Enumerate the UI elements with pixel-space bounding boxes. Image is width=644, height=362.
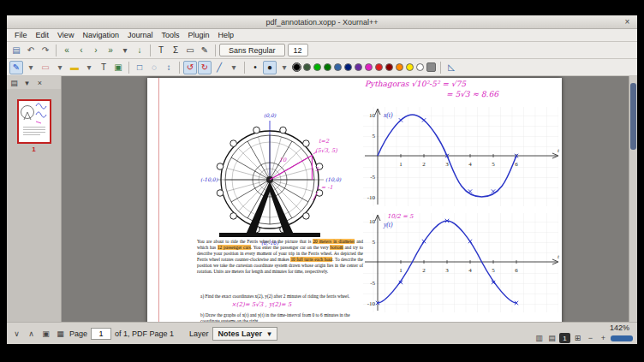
zoom-level: 142% (610, 323, 633, 332)
thickness-fine-icon[interactable]: • (248, 61, 262, 74)
grid-view-icon[interactable]: ▦ (55, 328, 66, 339)
menu-item[interactable]: Edit (32, 30, 54, 40)
undo-icon[interactable]: ↶ (24, 44, 38, 57)
next-page-icon[interactable]: › (89, 44, 103, 57)
wheel-right-label: (10,0) (325, 176, 342, 182)
menu-item[interactable]: Tools (157, 30, 183, 40)
problem-item-b: b) Draw the graphs of x(t) and y(t) in t… (200, 312, 363, 322)
redo-icon[interactable]: ↷ (39, 44, 52, 57)
thumbnail-area: 1 (7, 89, 61, 322)
color-swatch-yellow[interactable] (406, 63, 414, 71)
shape-circle-icon[interactable]: ↺ (183, 61, 197, 74)
color-swatch-white[interactable] (416, 63, 424, 71)
thumbnail-page-number: 1 (32, 145, 35, 153)
text-tool-icon[interactable]: T (154, 44, 168, 57)
previous-page-icon[interactable]: ‹ (75, 44, 88, 57)
document-canvas[interactable]: Pythagoras √10²-5² = √75 = 5√3 ≈ 8.66 (62, 76, 629, 322)
tick-label: 3 (445, 161, 449, 168)
text-insert-icon[interactable]: T (97, 61, 110, 74)
eraser-dropdown-icon[interactable]: ▾ (53, 61, 67, 74)
pen-dropdown-icon[interactable]: ▾ (24, 61, 38, 74)
tick-label: -10 (367, 300, 376, 307)
single-page-view-icon[interactable]: ▤ (546, 333, 558, 344)
chevron-up-icon[interactable]: ∧ (26, 328, 37, 339)
menu-item[interactable]: Navigation (78, 30, 123, 40)
shape-arrow-icon[interactable]: ↻ (198, 61, 212, 74)
close-sidebar-icon[interactable]: × (34, 77, 45, 88)
color-picker[interactable] (426, 62, 436, 72)
tick-label: 2 (422, 267, 426, 274)
pdf-page[interactable]: Pythagoras √10²-5² = √75 = 5√3 ≈ 8.66 (147, 78, 562, 322)
zoom-in-icon[interactable]: + (598, 333, 609, 344)
chevron-down-icon[interactable]: ∨ (11, 328, 22, 339)
font-selector-button[interactable]: Sans Regular (219, 44, 285, 56)
select-region-icon[interactable]: ◌ (147, 61, 161, 74)
line-style-icon[interactable]: ╱ (212, 61, 226, 74)
menu-item[interactable]: Journal (123, 30, 158, 40)
color-swatch-navy[interactable] (344, 63, 352, 71)
main-area: ▤▾× 1 (7, 76, 637, 322)
tick-label: 4 (468, 161, 472, 168)
ruler-icon[interactable]: ◺ (444, 61, 458, 74)
vertical-scrollbar[interactable] (629, 76, 637, 322)
color-swatch-black[interactable] (293, 63, 301, 71)
draw-tool-icon[interactable]: ✎ (198, 44, 212, 57)
menu-item[interactable]: File (10, 30, 32, 40)
duplicate-page-icon[interactable]: ▣ (40, 328, 51, 339)
problem-item-a: a) Find the exact coordinates x(2), y(2)… (200, 294, 363, 300)
image-insert-icon[interactable]: ▣ (111, 61, 125, 74)
handwritten-answer-a: ×(2)= 5√3 , y(2)= 5 (231, 301, 291, 308)
color-swatch-dark-green[interactable] (324, 63, 331, 71)
thickness-dropdown-icon[interactable]: ▾ (277, 61, 291, 74)
graph-x-title: x(t) (383, 111, 393, 119)
color-swatch-orange[interactable] (396, 63, 403, 71)
color-swatch-green[interactable] (313, 63, 321, 71)
title-bar[interactable]: pdf_annotation.xopp - Xournal++ × (7, 15, 637, 29)
preview-pane-icon[interactable]: ▤ (9, 77, 20, 88)
tick-label: 1 (399, 267, 402, 274)
shape-recognizer-icon[interactable]: ▭ (183, 44, 197, 57)
menu-item[interactable]: View (53, 30, 78, 40)
page-thumbnail[interactable] (17, 99, 51, 144)
menu-item[interactable]: Plugin (183, 30, 213, 40)
layer-label: Layer (189, 329, 209, 338)
graph-y-axis-label: t (558, 253, 560, 260)
color-swatch-magenta[interactable] (365, 63, 373, 71)
last-page-icon[interactable]: » (104, 44, 117, 57)
select-rect-icon[interactable]: □ (133, 61, 146, 74)
page-select-dropdown-icon[interactable]: ▾ (118, 44, 132, 57)
copy-icon[interactable]: ▤ (9, 44, 23, 57)
eraser-tool-icon[interactable]: ▭ (39, 61, 52, 74)
tick-label: 5 (373, 239, 376, 246)
highlighter-tool-icon[interactable]: ▬ (68, 61, 81, 74)
font-size-field[interactable]: 12 (288, 44, 308, 56)
tick-label: 6 (515, 161, 518, 168)
page-number-badge[interactable]: 1 (559, 333, 570, 343)
line-style-dropdown-icon[interactable]: ▾ (227, 61, 241, 74)
dual-page-view-icon[interactable]: ▥ (534, 333, 545, 344)
scrollbar-thumb[interactable] (630, 83, 636, 150)
color-swatch-purple[interactable] (355, 63, 362, 71)
color-swatch-dark-sage[interactable] (303, 63, 311, 71)
thickness-medium-icon[interactable]: ● (263, 61, 277, 74)
menu-item[interactable]: Help (214, 30, 239, 40)
pythagoras-line1: Pythagoras √10²-5² = √75 (365, 80, 562, 90)
goto-annotated-page-icon[interactable]: ↓ (133, 44, 146, 57)
zoom-cluster: 142% ▥▤1⊞−+ (534, 323, 633, 344)
t-minus-1-label: t = -1 (317, 184, 333, 191)
close-window-button[interactable]: × (622, 16, 633, 27)
layer-dropdown[interactable]: Notes Layer ▾ (212, 327, 277, 341)
page-number-input[interactable] (91, 328, 111, 340)
color-swatch-blue[interactable] (334, 63, 342, 71)
color-swatch-red[interactable] (375, 63, 383, 71)
zoom-out-icon[interactable]: − (585, 333, 596, 344)
vertical-space-icon[interactable]: ↕ (162, 61, 176, 74)
math-tex-icon[interactable]: Σ (169, 44, 182, 57)
pen-tool-icon[interactable]: ✎ (9, 61, 23, 74)
color-swatch-dark-red[interactable] (385, 63, 393, 71)
first-page-icon[interactable]: « (60, 44, 74, 57)
zoom-slider[interactable] (611, 335, 633, 341)
preview-dropdown-icon[interactable]: ▾ (21, 77, 33, 88)
zoom-fit-icon[interactable]: ⊞ (572, 333, 583, 344)
highlighter-dropdown-icon[interactable]: ▾ (82, 61, 96, 74)
